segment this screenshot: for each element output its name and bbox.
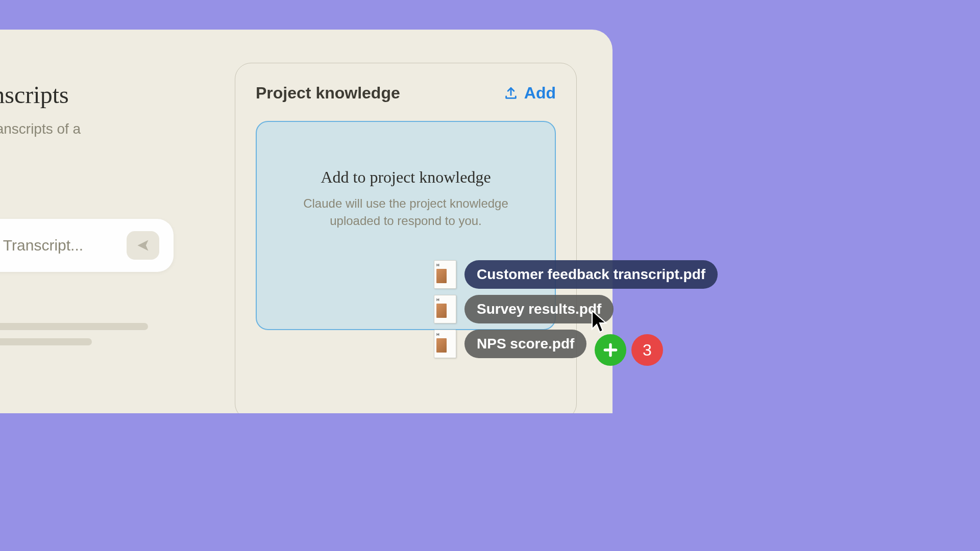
upload-icon <box>504 86 518 101</box>
author-name: Ahsam <box>0 361 174 377</box>
drag-badge-group: 3 <box>595 334 663 366</box>
sidebar-title: Project knowledge <box>256 84 400 103</box>
conversation-preview: Ahsam <box>0 323 174 377</box>
dropzone-title: Add to project knowledge <box>321 168 491 187</box>
file-thumb-icon <box>434 260 456 289</box>
plus-badge <box>595 334 626 366</box>
send-button[interactable] <box>127 231 159 260</box>
add-button-label: Add <box>524 84 556 103</box>
file-thumb-icon <box>434 330 456 358</box>
skeleton-line <box>0 323 148 330</box>
plus-icon <box>602 342 619 358</box>
add-knowledge-button[interactable]: Add <box>504 84 556 103</box>
message-input-container <box>0 219 174 272</box>
dragged-file-item: NPS score.pdf <box>434 330 718 358</box>
file-thumb-icon <box>434 295 456 323</box>
send-icon <box>136 238 150 253</box>
main-content: er Call Transcripts ontains the call tra… <box>0 81 174 377</box>
cursor-icon <box>590 309 610 334</box>
file-label: Customer feedback transcript.pdf <box>464 260 718 289</box>
sidebar-header: Project knowledge Add <box>256 84 556 103</box>
page-title: er Call Transcripts <box>0 81 174 109</box>
skeleton-line <box>0 338 92 345</box>
count-badge: 3 <box>631 334 663 366</box>
dropzone-description: Claude will use the project knowledge up… <box>293 195 518 229</box>
description-line-1: ontains the call transcripts of a <box>0 121 81 137</box>
dragged-file-item: Customer feedback transcript.pdf <box>434 260 718 289</box>
description-line-2: stomer, Acme Inc. <box>0 141 2 157</box>
dragged-file-item: Survey results.pdf <box>434 295 718 323</box>
file-label: NPS score.pdf <box>464 330 586 358</box>
message-input[interactable] <box>0 237 116 254</box>
page-description: ontains the call transcripts of a stomer… <box>0 119 174 159</box>
dragged-file-group[interactable]: Customer feedback transcript.pdf Survey … <box>434 260 718 364</box>
